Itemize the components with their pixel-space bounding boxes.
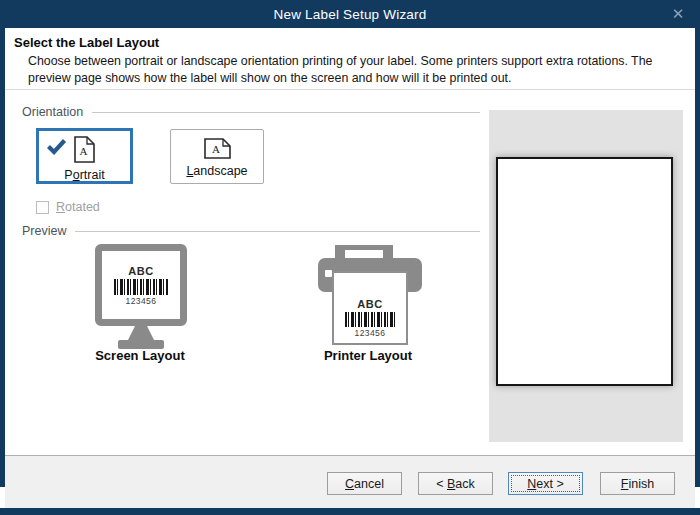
finish-button[interactable]: Finish — [600, 472, 675, 495]
preview-group-label: Preview — [22, 224, 66, 238]
svg-text:A: A — [80, 145, 88, 157]
printer-indicator-light — [325, 270, 332, 277]
rotated-checkbox — [36, 201, 49, 214]
landscape-option-label: Landscape — [186, 164, 247, 178]
wizard-header: Select the Label Layout Choose between p… — [5, 28, 695, 90]
titlebar: New Label Setup Wizard — [0, 0, 700, 28]
selected-checkmark-icon — [46, 138, 67, 159]
orientation-group-label: Orientation — [22, 105, 83, 119]
printer-layout-caption: Printer Layout — [303, 348, 433, 448]
printer-slot — [345, 250, 383, 258]
page-title: Select the Label Layout — [14, 35, 159, 50]
monitor-screen: ABC 123456 — [95, 244, 187, 326]
window-border-right — [695, 0, 700, 487]
wizard-footer: Cancel < Back Next > Finish — [5, 455, 695, 508]
back-button[interactable]: < Back — [418, 472, 493, 495]
rotated-checkbox-row: Rotated — [36, 200, 100, 214]
cancel-button[interactable]: Cancel — [327, 472, 402, 495]
preview-group-header: Preview — [22, 224, 480, 238]
screen-layout-icon: ABC 123456 — [95, 244, 187, 349]
group-divider — [75, 231, 480, 232]
printer-layout-icon: ABC 123456 — [318, 245, 422, 345]
page-description: Choose between portrait or landscape ori… — [28, 53, 686, 86]
rotated-checkbox-label: Rotated — [56, 200, 100, 214]
svg-text:A: A — [212, 143, 220, 155]
landscape-option-button[interactable]: A Landscape — [170, 129, 264, 184]
landscape-page-icon: A — [204, 138, 231, 163]
barcode-icon — [114, 279, 168, 295]
next-button[interactable]: Next > — [508, 472, 583, 495]
portrait-option-label: Portrait — [64, 168, 104, 182]
screen-layout-caption: Screen Layout — [75, 348, 205, 363]
group-divider — [92, 112, 480, 113]
page-preview-panel — [489, 110, 683, 442]
portrait-page-preview — [496, 157, 673, 386]
printer-paper: ABC 123456 — [332, 271, 408, 345]
sample-label-text: ABC — [357, 298, 382, 310]
sample-label-code: 123456 — [126, 297, 157, 306]
sample-label-text: ABC — [128, 265, 153, 277]
monitor-stand — [128, 326, 154, 340]
portrait-page-icon: A — [74, 136, 95, 167]
barcode-icon — [345, 312, 395, 327]
new-label-setup-wizard-dialog: New Label Setup Wizard ✕ Select the Labe… — [0, 0, 700, 515]
portrait-option-button[interactable]: A Portrait — [36, 128, 133, 184]
close-icon[interactable]: ✕ — [666, 0, 690, 28]
wizard-body: Orientation A Portrait — [5, 90, 695, 455]
sample-label-code: 123456 — [355, 329, 386, 338]
orientation-group-header: Orientation — [22, 105, 480, 119]
window-title: New Label Setup Wizard — [274, 7, 427, 22]
window-border-bottom — [0, 508, 700, 515]
